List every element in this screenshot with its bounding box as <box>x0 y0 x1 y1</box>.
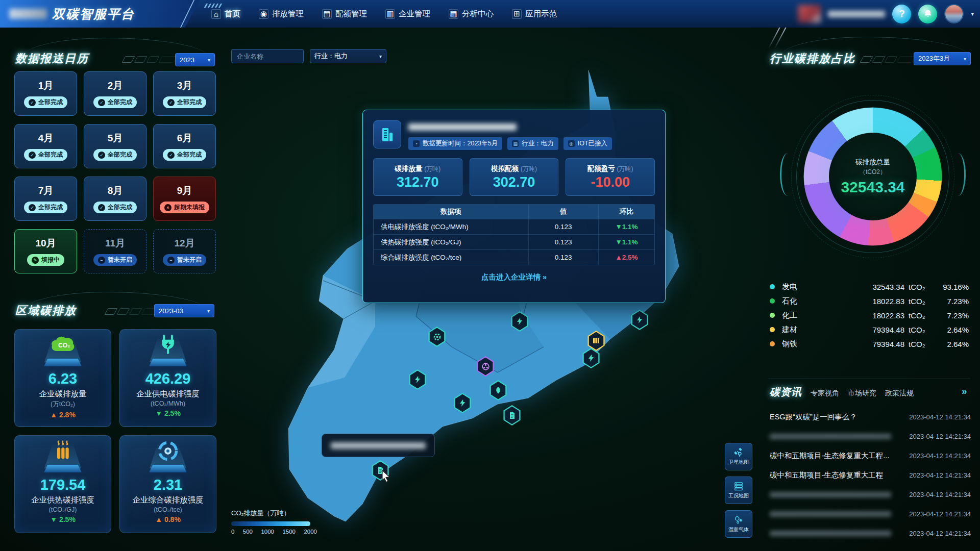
tab-policy[interactable]: 政策法规 <box>885 389 914 398</box>
status-badge: ✓全部完成 <box>93 149 137 161</box>
industry-filter-select[interactable]: 行业：电力 ▾ <box>310 49 386 63</box>
news-item[interactable]: 2023-04-12 14:21:34 <box>770 504 971 523</box>
map-button-label: 工况地图 <box>728 492 749 499</box>
title-ornament <box>862 56 914 63</box>
greenhouse-gas-button[interactable]: 温室气体 <box>725 510 752 538</box>
chevron-down-icon: ▾ <box>207 308 210 314</box>
month-card-dec[interactable]: 12月 −暂未开启 <box>153 229 216 273</box>
nav-label: 应用示范 <box>525 9 557 19</box>
apps-icon: ⊞ <box>512 9 522 19</box>
check-icon: ✓ <box>167 152 175 159</box>
logo-blurred-prefix <box>9 9 47 19</box>
stat-value: 426.29 <box>145 370 191 387</box>
news-item[interactable]: ESG跟“双碳”是一回事么？ 2023-04-12 14:21:34 <box>770 407 971 427</box>
stat-delta: ▲ 2.8% <box>50 411 76 419</box>
legend-row-petro: 石化 18022.83 tCO₂ 7.23% <box>770 294 969 308</box>
month-card-nov[interactable]: 11月 −暂未开启 <box>84 229 146 273</box>
news-tabs: 专家视角 市场研究 政策法规 <box>811 389 914 398</box>
month-card-jul[interactable]: 7月 ✓全部完成 <box>14 177 77 221</box>
region-period-select[interactable]: 2023-03▾ <box>154 304 214 317</box>
heater-icon <box>52 440 74 462</box>
status-badge: ✓全部完成 <box>24 149 67 161</box>
title-ornament <box>106 308 158 315</box>
legend-dot <box>770 313 775 318</box>
notification-bell-button[interactable] <box>918 5 937 23</box>
popup-stat-value: 302.70 <box>493 174 535 190</box>
news-item[interactable]: 2023-04-12 14:21:34 <box>770 523 971 543</box>
status-badge: ✓全部完成 <box>93 202 137 213</box>
stat-value: 6.23 <box>48 370 77 387</box>
month-label: 3月 <box>177 79 192 92</box>
chevron-down-icon[interactable]: ▾ <box>971 11 974 17</box>
nav-label: 企业管理 <box>399 9 430 19</box>
link-icon: ◎ <box>568 140 575 147</box>
company-name-input[interactable] <box>231 49 304 63</box>
industry-legend: 发电 32543.34 tCO₂ 93.16% 石化 18022.83 tCO₂… <box>770 280 969 351</box>
stat-card-power-intensity: 426.29 企业供电碳排强度 (tCO₂/MWh) ▼ 2.5% <box>119 329 216 427</box>
stat-delta: ▼ 2.5% <box>50 515 76 523</box>
help-button[interactable]: ? <box>892 5 911 23</box>
month-card-feb[interactable]: 2月 ✓全部完成 <box>84 71 146 116</box>
year-value: 2023 <box>180 56 194 64</box>
nav-label: 首页 <box>225 9 240 19</box>
nav-item-quota[interactable]: ▤ 配额管理 <box>322 9 367 19</box>
month-card-oct[interactable]: 10月 ✎填报中 <box>14 229 77 273</box>
month-card-sep[interactable]: 9月 ×超期未填报 <box>153 177 216 221</box>
user-avatar[interactable] <box>944 4 964 23</box>
nav-item-home[interactable]: ⌂ 首页 <box>211 9 240 19</box>
news-item[interactable]: 碳中和五期项目-生态修复重大工程... 2023-04-12 14:21:34 <box>770 446 971 465</box>
region-stat-grid: CO₂ 6.23 企业碳排放量 (万tCO₂) ▲ 2.8% 426.29 企业… <box>14 329 216 533</box>
map-button-label: 温室气体 <box>728 526 749 533</box>
industry-period-select[interactable]: 2023年3月▾ <box>914 52 971 65</box>
compass-icon <box>157 440 179 462</box>
news-item[interactable]: 2023-04-12 14:21:34 <box>770 427 971 446</box>
satellite-map-button[interactable]: 卫星地图 <box>725 443 752 470</box>
enterprise-popup: ◔数据更新时间：2023年5月 ▤行业：电力 ◎IOT已接入 碳排放量 (万吨)… <box>362 110 666 303</box>
month-card-mar[interactable]: 3月 ✓全部完成 <box>153 71 216 116</box>
status-badge: ✓全部完成 <box>93 96 137 108</box>
logo-area: 双碳智服平台 <box>0 0 200 28</box>
status-badge: −暂未开启 <box>163 254 206 266</box>
stat-label: 企业综合碳排放强度 <box>132 495 204 506</box>
stat-value: 179.54 <box>40 477 86 493</box>
check-icon: ✓ <box>29 152 36 159</box>
clock-icon: ◔ <box>413 140 420 147</box>
month-label: 8月 <box>108 184 123 197</box>
status-badge: ✎填报中 <box>27 254 64 266</box>
month-card-jan[interactable]: 1月 ✓全部完成 <box>14 71 77 116</box>
table-row: 供热碳排放强度 (tCO₂/GJ) 0.123 ▼1.1% <box>374 234 654 249</box>
tab-expert[interactable]: 专家视角 <box>811 389 839 398</box>
month-card-jun[interactable]: 6月 ✓全部完成 <box>153 124 216 168</box>
main-nav: ⌂ 首页 ◉ 排放管理 ▤ 配额管理 ▥ 企业管理 ▦ 分析中心 ⊞ 应用示范 <box>211 0 557 28</box>
nav-item-enterprise[interactable]: ▥ 企业管理 <box>385 9 430 19</box>
nav-item-analysis[interactable]: ▦ 分析中心 <box>449 9 494 19</box>
status-badge: ✓全部完成 <box>24 96 67 108</box>
news-item[interactable]: 碳中和五期项目-生态修复重大工程 2023-04-12 14:21:34 <box>770 465 971 485</box>
nav-label: 排放管理 <box>272 9 304 19</box>
industry-tag: ▤行业：电力 <box>507 137 558 150</box>
map-co2-legend: CO₂排放量（万吨） 0500100015002000 <box>231 509 317 535</box>
check-icon: ✓ <box>29 99 36 106</box>
news-title-blurred <box>770 434 891 439</box>
news-item[interactable]: 2023-04-12 14:21:34 <box>770 485 971 504</box>
pencil-icon: ✎ <box>32 257 39 264</box>
month-label: 12月 <box>174 237 194 250</box>
calendar-title: 数据报送日历 <box>15 51 89 66</box>
donut-center-value: 32543.34 <box>841 179 904 196</box>
legend-gradient-bar <box>231 521 310 526</box>
calendar-year-select[interactable]: 2023▾ <box>175 53 215 66</box>
check-icon: ✓ <box>98 152 105 159</box>
news-more-chevron[interactable]: » <box>962 386 967 397</box>
month-card-apr[interactable]: 4月 ✓全部完成 <box>14 124 77 168</box>
table-row: 供电碳排放强度 (tCO₂/MWh) 0.123 ▼1.1% <box>374 219 654 234</box>
nav-item-emission[interactable]: ◉ 排放管理 <box>259 9 304 19</box>
working-condition-map-button[interactable]: 工况地图 <box>725 477 752 504</box>
month-card-may[interactable]: 5月 ✓全部完成 <box>84 124 146 168</box>
company-name-blurred <box>408 123 517 131</box>
enterprise-detail-link[interactable]: 点击进入企业详情 » <box>373 272 655 282</box>
org-name-blurred <box>828 11 885 17</box>
top-navbar: 双碳智服平台 ⌂ 首页 ◉ 排放管理 ▤ 配额管理 ▥ 企业管理 ▦ <box>0 0 980 28</box>
month-card-aug[interactable]: 8月 ✓全部完成 <box>84 177 146 221</box>
tab-market[interactable]: 市场研究 <box>848 389 876 398</box>
nav-item-apps[interactable]: ⊞ 应用示范 <box>512 9 557 19</box>
